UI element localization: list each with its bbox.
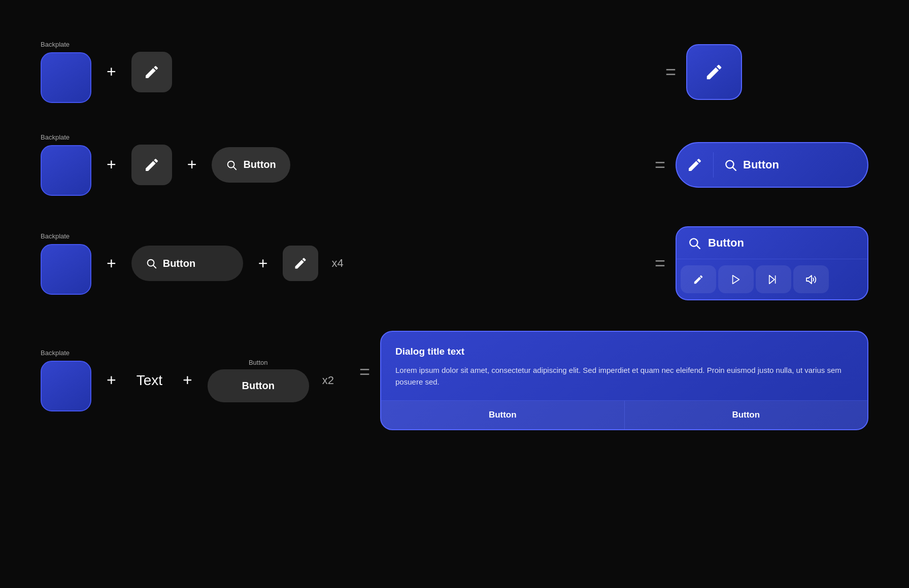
row-2: Backplate + + Button = — [41, 133, 868, 196]
result3-button-text: Button — [708, 236, 744, 250]
row-4: Backplate + Text + Button Button x2 = Di… — [41, 331, 868, 430]
row2-backplate — [41, 145, 91, 196]
result3-search-icon — [688, 236, 701, 250]
row4-left: Backplate + Text + Button Button x2 — [41, 349, 334, 411]
row1-result-section: = — [655, 44, 868, 100]
dialog-btn1[interactable]: Button — [381, 401, 625, 429]
row4-button-pill[interactable]: Button — [208, 369, 309, 402]
row3-backplate — [41, 244, 91, 295]
row2-backplate-col: Backplate — [41, 133, 91, 196]
search-icon-2 — [226, 159, 237, 170]
result3-volume-icon — [805, 273, 817, 286]
row3-op1: + — [107, 254, 116, 273]
row2-op2: + — [187, 155, 197, 174]
svg-line-1 — [234, 167, 237, 169]
result-pencil-icon — [704, 62, 724, 82]
pencil-icon — [144, 64, 160, 80]
result2-divider — [713, 152, 714, 178]
row2-button-pill[interactable]: Button — [212, 147, 290, 183]
svg-marker-8 — [733, 275, 739, 284]
result3-play-icon — [730, 274, 742, 285]
dialog-btn2[interactable]: Button — [625, 401, 868, 429]
row4-result-section: = Dialog title text Lorem ipsum dolor si… — [349, 331, 868, 430]
row-3: Backplate + Button + x4 = — [41, 226, 868, 300]
svg-line-7 — [697, 246, 700, 249]
svg-marker-9 — [769, 275, 775, 284]
result3-pencil-btn[interactable] — [681, 265, 716, 293]
row3-button-label: Button — [163, 258, 195, 269]
result2-search: Button — [724, 158, 779, 171]
result3-bottom — [677, 259, 867, 299]
row2-result-section: = Button — [645, 142, 868, 188]
row1-result-icon-btn[interactable] — [686, 44, 742, 100]
row4-equals: = — [359, 361, 370, 383]
row3-left: Backplate + Button + x4 — [41, 232, 344, 295]
dialog-buttons: Button Button — [381, 400, 867, 429]
result-search-icon — [724, 158, 737, 171]
result3-forward-btn[interactable] — [756, 265, 791, 293]
row3-equals: = — [655, 253, 665, 274]
row4-op2: + — [183, 371, 192, 390]
row1-backplate — [41, 52, 91, 103]
result2-button-text: Button — [743, 158, 779, 171]
result3-volume-btn[interactable] — [793, 265, 829, 293]
row4-button-label-above: Button — [249, 359, 268, 366]
row2-backplate-label: Backplate — [41, 133, 91, 141]
row4-multiplier: x2 — [322, 374, 334, 387]
row3-backplate-col: Backplate — [41, 232, 91, 295]
main-container: Backplate + = Backplate — [0, 0, 909, 588]
result-pencil-icon-2 — [687, 157, 703, 173]
row3-result-section: = Button — [645, 226, 868, 300]
row4-backplate — [41, 361, 91, 411]
row1-left: Backplate + — [41, 41, 172, 103]
pencil-icon-2 — [144, 157, 160, 173]
row3-icon-chip[interactable] — [283, 246, 318, 281]
dialog-btn1-text: Button — [489, 410, 517, 420]
row2-icon-chip[interactable] — [131, 145, 172, 185]
row4-button-text: Button — [242, 380, 275, 392]
dialog-body: Lorem ipsum dolor sit amet, consectetur … — [395, 364, 853, 388]
dialog-btn2-text: Button — [732, 410, 760, 420]
svg-line-3 — [733, 167, 736, 170]
row1-backplate-col: Backplate — [41, 41, 91, 103]
row1-icon-chip[interactable] — [131, 52, 172, 92]
row2-equals: = — [655, 154, 665, 176]
row4-backplate-col: Backplate — [41, 349, 91, 411]
row4-result-dialog: Dialog title text Lorem ipsum dolor sit … — [380, 331, 868, 430]
row2-button-label: Button — [243, 159, 276, 170]
result3-pencil-icon — [693, 274, 704, 285]
row1-op1: + — [107, 62, 116, 81]
row-1: Backplate + = — [41, 41, 868, 103]
row2-op1: + — [107, 155, 116, 174]
row2-result-combined[interactable]: Button — [676, 142, 868, 188]
row4-text-label: Text — [137, 372, 162, 389]
result3-top: Button — [677, 227, 867, 259]
row3-backplate-label: Backplate — [41, 232, 91, 240]
row4-op1: + — [107, 371, 116, 390]
result3-forward-icon — [768, 274, 779, 285]
row4-backplate-label: Backplate — [41, 349, 91, 357]
row1-backplate-label: Backplate — [41, 41, 91, 48]
svg-line-5 — [153, 265, 156, 268]
result3-play-btn[interactable] — [718, 265, 754, 293]
row3-multiplier: x4 — [331, 257, 343, 270]
row2-left: Backplate + + Button — [41, 133, 290, 196]
row3-button-pill[interactable]: Button — [131, 246, 243, 281]
svg-marker-11 — [806, 275, 812, 284]
dialog-title: Dialog title text — [395, 346, 853, 357]
row1-equals: = — [665, 61, 676, 83]
row4-button-wrapper: Button Button — [208, 359, 309, 402]
search-icon-3 — [146, 258, 157, 269]
pencil-icon-3 — [293, 256, 308, 270]
row3-op2: + — [258, 254, 268, 273]
row3-result-combined: Button — [676, 226, 868, 300]
